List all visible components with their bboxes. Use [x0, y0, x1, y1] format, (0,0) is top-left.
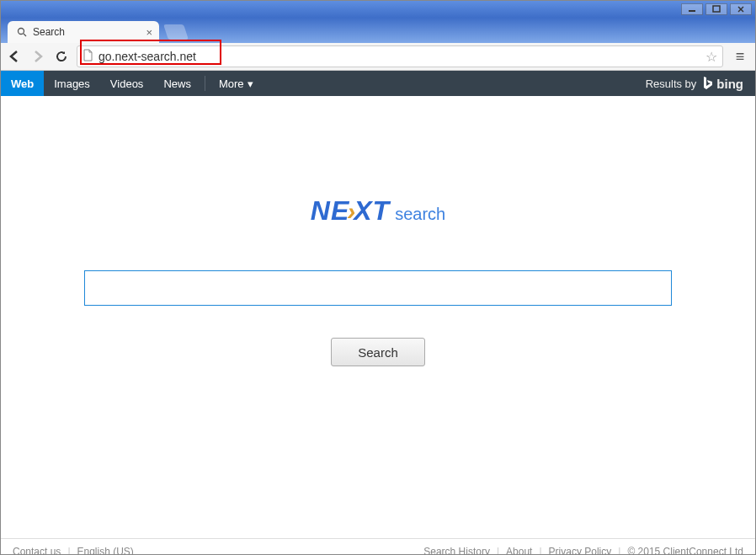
footer-separator: |	[618, 546, 620, 556]
new-tab-button[interactable]	[163, 24, 189, 40]
nav-images[interactable]: Images	[44, 71, 100, 96]
window-close-button[interactable]	[730, 3, 752, 15]
main-content: NE›XT search Search	[1, 96, 755, 538]
search-icon	[16, 26, 28, 38]
back-button[interactable]	[6, 48, 23, 65]
footer-separator: |	[67, 546, 70, 556]
footer-privacy-link[interactable]: Privacy Policy	[549, 546, 612, 556]
svg-rect-1	[713, 6, 720, 12]
search-input[interactable]	[84, 270, 672, 306]
bing-logo: bing	[701, 76, 743, 91]
search-button[interactable]: Search	[331, 338, 425, 366]
svg-point-4	[19, 29, 24, 35]
category-nav: Web Images Videos News More ▾ Results by…	[1, 71, 755, 96]
results-by-label: Results by bing	[646, 71, 755, 96]
reload-button[interactable]	[53, 48, 70, 65]
tab-close-button[interactable]: ×	[146, 26, 152, 39]
browser-tabstrip: Search ×	[1, 18, 755, 43]
nav-videos[interactable]: Videos	[100, 71, 154, 96]
footer-copyright: © 2015 ClientConnect Ltd	[627, 546, 743, 556]
browser-tab[interactable]: Search ×	[8, 21, 159, 43]
page-icon	[83, 49, 93, 64]
footer-contact-link[interactable]: Contact us	[13, 546, 61, 556]
nav-news[interactable]: News	[153, 71, 201, 96]
url-text: go.next-search.net	[98, 50, 700, 63]
svg-line-5	[24, 34, 26, 36]
footer: Contact us | English (US) Search History…	[1, 538, 755, 555]
footer-language-link[interactable]: English (US)	[77, 546, 134, 556]
chevron-down-icon: ▾	[248, 77, 253, 90]
brand-logo: NE›XT search	[311, 195, 445, 227]
nav-separator	[205, 76, 205, 91]
brand-search-text: search	[395, 205, 445, 224]
window-maximize-button[interactable]	[705, 3, 727, 15]
address-bar[interactable]: go.next-search.net ☆	[77, 45, 723, 67]
footer-separator: |	[539, 546, 541, 556]
browser-menu-button[interactable]: ≡	[730, 46, 750, 67]
forward-button[interactable]	[29, 48, 46, 65]
browser-toolbar: go.next-search.net ☆ ≡	[1, 43, 755, 71]
window-titlebar	[1, 1, 755, 18]
nav-more[interactable]: More ▾	[209, 71, 264, 96]
footer-history-link[interactable]: Search History	[423, 546, 490, 556]
tab-title: Search	[33, 26, 65, 38]
nav-web[interactable]: Web	[1, 71, 44, 96]
footer-about-link[interactable]: About	[506, 546, 532, 556]
brand-next-text: NE›XT	[311, 195, 390, 227]
window-minimize-button[interactable]	[681, 3, 703, 15]
footer-separator: |	[497, 546, 499, 556]
bookmark-star-icon[interactable]: ☆	[705, 49, 717, 65]
